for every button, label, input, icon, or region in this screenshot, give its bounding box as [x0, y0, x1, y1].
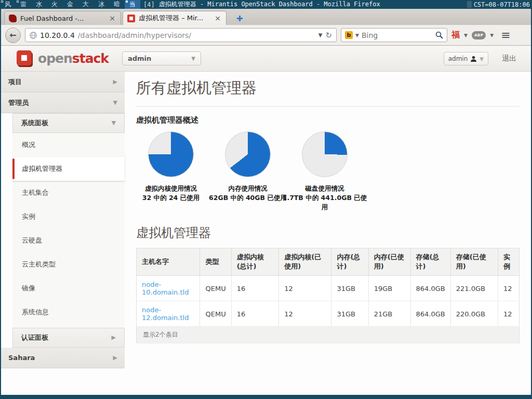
search-icon[interactable]	[435, 31, 443, 39]
item-label: 云主机类型	[22, 260, 56, 268]
spacer	[12, 324, 125, 328]
dashboard-page: openstack admin ▼ admin ▼ 退出 项目 ▶ 管理员 ▼	[1, 46, 531, 395]
fortune-addon-icon[interactable]: 福	[451, 30, 460, 41]
reload-icon[interactable]: ↻	[325, 31, 332, 40]
memory-usage-chart: 内存使用情况 62GB 中的 40GB 已使用	[209, 131, 286, 212]
tab-title: 虚拟机管理器 – Mir...	[139, 14, 210, 23]
col-storage-total: 存储(总计)	[410, 248, 450, 276]
openstack-logo[interactable]: openstack	[16, 50, 109, 68]
wm-tag[interactable]: 大	[78, 0, 94, 9]
openstack-wordmark: openstack	[38, 51, 109, 66]
cell-instances: 12	[498, 276, 520, 301]
adblock-plus-icon[interactable]: ABP	[472, 31, 486, 39]
wm-tag[interactable]: 冰	[94, 0, 109, 9]
summary-title: 虚拟机管理器概述	[136, 115, 520, 125]
close-icon[interactable]: ×	[108, 14, 116, 22]
hostname-link[interactable]: node-10.domain.tld	[142, 281, 189, 296]
chevron-right-icon: ▶	[112, 328, 116, 348]
sidebar-item-instances[interactable]: 实例	[12, 205, 125, 229]
sidebar-item-overview[interactable]: 概况	[12, 133, 125, 157]
page-title: 所有虚拟机管理器	[136, 78, 520, 107]
browser-tabbar: Fuel Dashboard -... × 虚拟机管理器 – Mir... × …	[1, 9, 531, 25]
cell-storage-total: 864.0GB	[410, 276, 450, 301]
project-selector-dropdown[interactable]: admin ▼	[122, 51, 201, 65]
sidebar: 项目 ▶ 管理员 ▼ 系统面板 ▼ 概况 虚拟机管理器 主机集合 实例 云硬盘 …	[1, 72, 125, 395]
disk-pie-chart	[302, 131, 348, 177]
openstack-header: openstack admin ▼ admin ▼ 退出	[1, 46, 531, 72]
sidebar-item-images[interactable]: 镜像	[12, 276, 125, 300]
wm-tag[interactable]: 金	[62, 0, 78, 9]
col-hostname: 主机名字	[137, 248, 200, 276]
tag-label: 火	[51, 1, 58, 8]
item-label: 镜像	[22, 284, 35, 292]
bing-engine-icon[interactable]: b	[345, 31, 353, 39]
chevron-down-icon: ▼	[480, 56, 484, 62]
sidebar-item-hypervisors[interactable]: 虚拟机管理器	[12, 157, 125, 181]
sidebar-item-volumes[interactable]: 云硬盘	[12, 229, 125, 252]
memory-caption: 内存使用情况 62GB 中的 40GB 已使用	[204, 184, 291, 203]
search-input[interactable]	[362, 31, 433, 39]
tag-label: 冰	[98, 1, 104, 8]
main-content: 所有虚拟机管理器 虚拟机管理器概述 虚拟内核使用情况 32 中的 24 已使用 …	[125, 72, 531, 395]
wm-clock: CST=08-07T18:06	[474, 1, 532, 8]
tag-label: 水	[36, 1, 42, 8]
cell-type: QEMU	[200, 301, 231, 327]
wm-tag-selected[interactable]: 当	[125, 0, 140, 9]
system-panel-items: 概况 虚拟机管理器 主机集合 实例 云硬盘 云主机类型 镜像 系统信息	[12, 133, 125, 324]
cell-vcpus-used: 12	[279, 301, 331, 327]
vcpu-caption: 虚拟内核使用情况 32 中的 24 已使用	[127, 184, 215, 203]
fortune-caret-icon[interactable]: ▼	[464, 33, 468, 38]
sidebar-item-flavors[interactable]: 云主机类型	[12, 252, 125, 276]
tag-label: 大	[83, 1, 89, 8]
tab-hypervisors-active[interactable]: 虚拟机管理器 – Mir... ×	[123, 11, 227, 25]
section-label: 项目	[8, 72, 22, 92]
sidebar-section-system-panel[interactable]: 系统面板 ▼	[12, 113, 125, 133]
page-body: 项目 ▶ 管理员 ▼ 系统面板 ▼ 概况 虚拟机管理器 主机集合 实例 云硬盘 …	[1, 72, 531, 395]
hostname-link[interactable]: node-12.domain.tld	[142, 306, 189, 322]
usage-charts-row: 虚拟内核使用情况 32 中的 24 已使用 内存使用情况 62GB 中的 40G…	[132, 131, 520, 212]
url-dropdown-caret-icon[interactable]: ▼	[318, 32, 323, 38]
sidebar-item-system-info[interactable]: 系统信息	[12, 300, 125, 324]
wm-tag[interactable]: 火	[47, 0, 62, 9]
cell-vcpus-total: 16	[231, 276, 279, 301]
close-icon[interactable]: ×	[214, 14, 222, 22]
logout-link[interactable]: 退出	[502, 54, 516, 63]
item-label: 虚拟机管理器	[22, 165, 62, 172]
abp-caret-icon[interactable]: ▼	[490, 33, 494, 38]
user-menu-button[interactable]: admin ▼	[444, 52, 488, 65]
wm-tag[interactable]: 水	[31, 0, 47, 9]
engine-dropdown-caret-icon[interactable]: ▼	[355, 33, 359, 38]
wm-tag[interactable]: 风	[0, 0, 16, 9]
url-host: 10.20.0.4	[40, 31, 75, 39]
sidebar-section-project[interactable]: 项目 ▶	[1, 72, 125, 92]
col-vcpus-used: 虚拟内核(已使用)	[279, 248, 331, 276]
table-header-row: 主机名字 类型 虚拟内核(总计) 虚拟内核(已使用) 内存(总计) 内存(已使用…	[137, 248, 520, 276]
tag-label: 风	[5, 1, 11, 8]
cell-ram-used: 19GB	[368, 276, 410, 301]
sidebar-section-admin[interactable]: 管理员 ▼	[1, 92, 125, 113]
sidebar-section-identity-panel[interactable]: 认证面板 ▶	[12, 328, 125, 348]
table-row: node-10.domain.tld QEMU 16 12 31GB 19GB …	[137, 276, 520, 301]
new-tab-button[interactable]: ✚	[230, 12, 249, 25]
cell-ram-total: 31GB	[331, 276, 368, 301]
back-button[interactable]: ←	[5, 28, 21, 43]
wm-tag[interactable]: 暗	[109, 0, 125, 9]
globe-icon	[30, 32, 37, 39]
section-label: 认证面板	[21, 328, 48, 348]
tag-label: 金	[67, 1, 73, 8]
disk-usage-chart: 磁盘使用情况 1.7TB 中的 441.0GB 已使用	[286, 131, 363, 212]
vcpu-pie-chart	[148, 131, 194, 177]
wm-tag[interactable]: 雷	[16, 0, 31, 9]
tab-title: Fuel Dashboard -...	[20, 15, 104, 22]
sidebar-section-sahara[interactable]: Sahara ▶	[1, 348, 125, 368]
section-label: Sahara	[8, 348, 35, 368]
search-box[interactable]: b ▼	[341, 28, 447, 42]
tab-fuel-dashboard[interactable]: Fuel Dashboard -... ×	[4, 11, 121, 25]
sidebar-item-host-aggregates[interactable]: 主机集合	[12, 181, 125, 205]
hamburger-menu-icon[interactable]: ≡	[501, 30, 510, 41]
col-instances: 实例	[498, 248, 520, 276]
url-input[interactable]: 10.20.0.4 /dashboard/admin/hypervisors/ …	[25, 28, 337, 42]
cell-instances: 12	[498, 301, 520, 327]
col-vcpus-total: 虚拟内核(总计)	[231, 248, 279, 276]
tag-label: 当	[129, 1, 136, 8]
